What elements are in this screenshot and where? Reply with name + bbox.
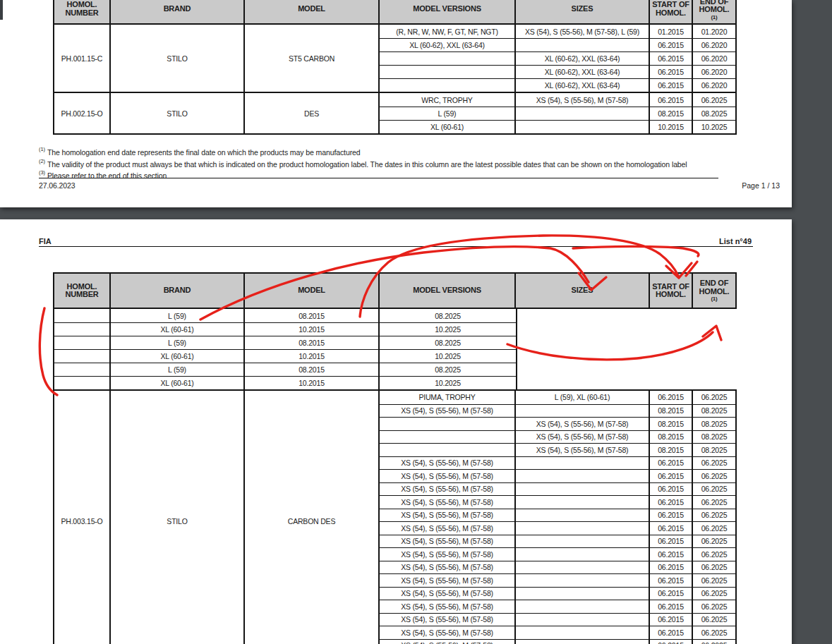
orphan-row: L (59)08.201508.2025 — [54, 336, 516, 349]
cell-end-of-homol: 06.2025 — [693, 470, 735, 482]
table-header-row: HOMOL. NUMBERBRANDMODELMODEL VERSIONSSIZ… — [54, 0, 735, 25]
cell-end-of-homol: 06.2025 — [693, 483, 735, 496]
cell-sizes — [516, 470, 650, 482]
cell-end-of-homol: 06.2020 — [693, 79, 735, 92]
table-header-row: HOMOL. NUMBERBRANDMODELMODEL VERSIONSSIZ… — [53, 272, 737, 309]
orphan-cell: 08.2025 — [380, 363, 516, 376]
cell-model-versions: XL (60-61) — [380, 121, 516, 133]
column-header-label: END OF HOMOL. — [694, 0, 734, 14]
cell-start-of-homol: 08.2015 — [650, 431, 693, 444]
column-header-label: SIZES — [572, 286, 593, 295]
footnote-2-text: The validity of the product must always … — [47, 160, 687, 169]
cell-end-of-homol: 06.2025 — [693, 93, 735, 107]
cell-start-of-homol: 06.2015 — [650, 640, 693, 644]
orphan-cell: 10.2025 — [380, 377, 516, 389]
column-header-label: MODEL — [298, 286, 325, 295]
cell-end-of-homol: 06.2025 — [693, 509, 735, 522]
cell-model-versions: XS (54), S (55-56), M (57-58) — [380, 509, 516, 522]
cell-start-of-homol: 06.2015 — [650, 457, 693, 470]
table-row: XL (60-62), XXL (63-64)06.201506.2020 — [380, 65, 735, 78]
orphan-row: XL (60-61)10.201510.2025 — [54, 322, 516, 336]
cell-end-of-homol: 06.2025 — [693, 391, 735, 404]
cell-sizes — [516, 39, 650, 51]
group-cell-model: ST5 CARBON — [245, 25, 380, 92]
cell-model-versions: WRC, TROPHY — [380, 93, 516, 107]
cell-model-versions: XS (54), S (55-56), M (57-58) — [380, 535, 516, 548]
orphan-row: L (59)08.201508.2025 — [54, 363, 516, 376]
homologation-group: PH.003.15-OSTILOCARBON DESPIUMA, TROPHYL… — [53, 389, 737, 644]
orphan-cell: XL (60-61) — [111, 350, 245, 363]
orphan-cell: 08.2025 — [380, 336, 516, 349]
group-cell-brand: STILO — [111, 93, 245, 133]
column-header-model-versions: MODEL VERSIONS — [380, 0, 516, 23]
cell-start-of-homol: 06.2015 — [650, 548, 693, 561]
cell-end-of-homol: 08.2025 — [693, 405, 735, 418]
cell-model-versions: XS (54), S (55-56), M (57-58) — [380, 574, 516, 587]
cell-model-versions: XS (54), S (55-56), M (57-58) — [380, 457, 516, 470]
table-row: XL (60-61)10.201510.2025 — [380, 120, 735, 133]
cell-start-of-homol: 06.2015 — [650, 561, 693, 574]
pdf-page-2: FIA List n°49 HOMOL. NUMBERBRANDMODELMOD… — [0, 219, 792, 644]
cell-model-versions: XS (54), S (55-56), M (57-58) — [380, 588, 516, 600]
table-row: XS (54), S (55-56), M (57-58)06.201506.2… — [380, 547, 735, 561]
cell-sizes — [516, 600, 650, 613]
cell-sizes: L (59), XL (60-61) — [516, 391, 650, 404]
document-header-right: List n°49 — [635, 237, 752, 245]
cell-start-of-homol: 06.2015 — [650, 79, 693, 92]
footnote-1-ref: (1) — [39, 146, 45, 152]
cell-end-of-homol: 06.2025 — [693, 561, 735, 574]
cell-end-of-homol: 08.2025 — [693, 431, 735, 444]
cell-sizes: XS (54), S (55-56), M (57-58) — [516, 93, 650, 107]
cell-model-versions — [380, 444, 516, 456]
homologation-group: PH.002.15-OSTILODESWRC, TROPHYXS (54), S… — [54, 92, 735, 133]
cell-start-of-homol: 06.2015 — [650, 522, 693, 535]
footnote-ref: (1) — [711, 14, 717, 20]
cell-model-versions — [380, 66, 516, 78]
pdf-viewer-canvas: { "colors": { "annotation_red": "#e6211a… — [0, 0, 832, 644]
cell-model-versions: L (59) — [380, 107, 516, 120]
cell-end-of-homol: 06.2025 — [693, 457, 735, 470]
cell-end-of-homol: 06.2025 — [693, 548, 735, 561]
cell-model-versions — [380, 431, 516, 444]
table-row: XS (54), S (55-56), M (57-58)08.201508.2… — [380, 443, 735, 456]
table-row: XS (54), S (55-56), M (57-58)06.201506.2… — [380, 482, 735, 496]
misaligned-rows-block: L (59)08.201508.2025XL (60-61)10.201510.… — [53, 309, 517, 389]
homologation-group: PH.001.15-CSTILOST5 CARBON(R, NR, W, NW,… — [54, 25, 735, 92]
group-cell-homol-number: PH.001.15-C — [54, 25, 111, 92]
cell-sizes — [516, 107, 650, 120]
table-row: XS (54), S (55-56), M (57-58)06.201506.2… — [380, 626, 735, 639]
cell-sizes: XL (60-62), XXL (63-64) — [516, 52, 650, 65]
cell-start-of-homol: 06.2015 — [650, 39, 693, 51]
cell-start-of-homol: 08.2015 — [650, 107, 693, 120]
column-header-homol-number: HOMOL. NUMBER — [54, 274, 111, 308]
cell-sizes — [516, 561, 650, 574]
footnote-1: (1)The homologation end date represents … — [39, 146, 361, 157]
table-row: XS (54), S (55-56), M (57-58)06.201506.2… — [380, 573, 735, 587]
cell-model-versions: PIUMA, TROPHY — [380, 391, 516, 404]
cell-model-versions: XS (54), S (55-56), M (57-58) — [380, 640, 516, 644]
cell-end-of-homol: 08.2025 — [693, 418, 735, 430]
column-header-model: MODEL — [245, 0, 380, 23]
column-header-model: MODEL — [245, 274, 380, 308]
cell-start-of-homol: 08.2015 — [650, 418, 693, 430]
orphan-cell — [54, 350, 111, 363]
column-header-label: BRAND — [164, 5, 191, 13]
table-row: XS (54), S (55-56), M (57-58)06.201506.2… — [380, 561, 735, 574]
table-row: XS (54), S (55-56), M (57-58)06.201506.2… — [380, 535, 735, 548]
table-row: PIUMA, TROPHYL (59), XL (60-61)06.201506… — [380, 391, 735, 404]
column-header-brand: BRAND — [111, 274, 245, 308]
orphan-cell — [54, 363, 111, 376]
cell-end-of-homol: 06.2020 — [693, 52, 735, 65]
footnote-ref: (1) — [711, 296, 717, 302]
column-header-label: MODEL — [298, 5, 325, 13]
table-row: (R, NR, W, NW, F, GT, NF, NGT)XS (54), S… — [380, 25, 735, 38]
table-row: XL (60-62), XXL (63-64)06.201506.2020 — [380, 38, 735, 51]
cell-sizes — [516, 509, 650, 522]
cell-start-of-homol: 08.2015 — [650, 405, 693, 418]
orphan-row: XL (60-61)10.201510.2025 — [54, 376, 516, 389]
orphan-row: XL (60-61)10.201510.2025 — [54, 349, 516, 363]
cell-end-of-homol: 06.2025 — [693, 496, 735, 509]
page-number-indicator: Page 1 / 13 — [674, 181, 780, 190]
cell-start-of-homol: 06.2015 — [650, 496, 693, 509]
cell-start-of-homol: 06.2015 — [650, 52, 693, 65]
